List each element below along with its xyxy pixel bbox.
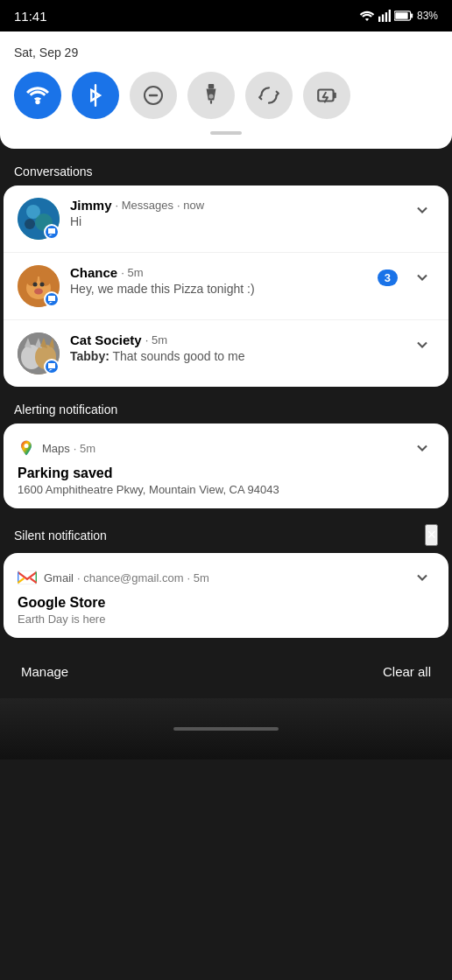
maps-icon bbox=[18, 439, 35, 457]
status-time: 11:41 bbox=[14, 9, 47, 24]
gmail-notification: Gmail · chance@gmail.com · 5m Google Sto… bbox=[4, 553, 448, 638]
svg-point-22 bbox=[33, 283, 38, 287]
conversations-section-header: Conversations bbox=[0, 156, 452, 186]
toggle-dnd[interactable] bbox=[130, 72, 177, 119]
notif-content-jimmy: Jimmy · Messages · now Hi bbox=[70, 198, 403, 228]
badge-count-chance: 3 bbox=[378, 270, 398, 286]
notif-title-row-jimmy: Jimmy · Messages · now bbox=[70, 198, 403, 213]
maps-title: Parking saved bbox=[18, 466, 434, 481]
notif-right-chance: 3 bbox=[378, 265, 434, 290]
expand-maps[interactable] bbox=[410, 436, 434, 460]
maps-app-name: Maps bbox=[42, 442, 70, 455]
wifi-icon bbox=[359, 10, 375, 22]
home-bar[interactable] bbox=[173, 727, 279, 731]
notif-time-cat: · 5m bbox=[145, 333, 167, 346]
date-label: Sat, Sep 29 bbox=[14, 46, 438, 60]
svg-point-32 bbox=[25, 444, 29, 448]
svg-point-7 bbox=[35, 100, 39, 104]
silent-label: Silent notification bbox=[14, 528, 107, 542]
notif-chance: Chance · 5m Hey, we made this Pizza toni… bbox=[4, 253, 448, 320]
messages-badge-chance bbox=[44, 291, 60, 307]
notif-jimmy: Jimmy · Messages · now Hi bbox=[4, 186, 448, 253]
maps-body: 1600 Amphitheatre Pkwy, Mountain View, C… bbox=[18, 483, 434, 496]
toggle-autorotate[interactable] bbox=[245, 72, 293, 119]
expand-cat[interactable] bbox=[410, 332, 434, 357]
signal-icon bbox=[378, 10, 391, 22]
svg-rect-0 bbox=[378, 17, 380, 22]
svg-rect-2 bbox=[385, 12, 387, 22]
toggle-wifi[interactable] bbox=[14, 72, 61, 119]
notif-right-jimmy bbox=[403, 198, 434, 222]
avatar-wrap-jimmy bbox=[18, 198, 60, 240]
messages-badge-cat bbox=[44, 359, 60, 374]
drag-handle bbox=[210, 131, 242, 135]
alerting-label: Alerting notification bbox=[14, 402, 117, 416]
status-bar: 11:41 83% bbox=[0, 0, 452, 32]
notif-content-chance: Chance · 5m Hey, we made this Pizza toni… bbox=[70, 265, 378, 296]
svg-rect-5 bbox=[411, 13, 413, 18]
alerting-notif-card: Maps · 5m Parking saved 1600 Amphitheatr… bbox=[4, 424, 448, 508]
bottom-bar: Manage Clear all bbox=[0, 645, 452, 698]
status-icons: 83% bbox=[359, 10, 438, 22]
notif-right-cat bbox=[403, 332, 434, 357]
toggle-flashlight[interactable] bbox=[187, 72, 235, 119]
battery-percent: 83% bbox=[417, 10, 438, 22]
messages-badge-jimmy bbox=[44, 224, 60, 240]
expand-chance[interactable] bbox=[410, 265, 434, 290]
notif-time-jimmy: · now bbox=[177, 199, 204, 212]
notif-time-chance: · 5m bbox=[121, 266, 143, 279]
gmail-icon bbox=[18, 570, 37, 584]
notif-content-cat: Cat Society · 5m Tabby: That sounds good… bbox=[70, 332, 403, 363]
svg-point-24 bbox=[34, 289, 43, 295]
notif-sender-cat: Cat Society bbox=[70, 332, 142, 347]
svg-rect-6 bbox=[395, 12, 407, 19]
svg-rect-13 bbox=[334, 93, 336, 99]
toggle-bluetooth[interactable] bbox=[72, 72, 119, 119]
expand-jimmy[interactable] bbox=[410, 198, 434, 222]
conversations-card: Jimmy · Messages · now Hi bbox=[4, 186, 448, 387]
svg-point-10 bbox=[208, 94, 213, 98]
notif-title-row-chance: Chance · 5m bbox=[70, 265, 378, 280]
notif-app-jimmy: · Messages bbox=[116, 199, 173, 212]
avatar-wrap-cat bbox=[18, 332, 60, 374]
maps-notification: Maps · 5m Parking saved 1600 Amphitheatr… bbox=[4, 424, 448, 508]
footer-area bbox=[0, 698, 452, 760]
expand-gmail[interactable] bbox=[410, 565, 434, 590]
svg-rect-11 bbox=[210, 100, 212, 103]
notif-body-chance: Hey, we made this Pizza tonight :) bbox=[70, 282, 378, 296]
avatar-wrap-chance bbox=[18, 265, 60, 307]
notif-cat-society: Cat Society · 5m Tabby: That sounds good… bbox=[4, 320, 448, 387]
svg-rect-3 bbox=[389, 10, 391, 22]
notif-sender-chance: Chance bbox=[70, 265, 117, 280]
clear-all-button[interactable]: Clear all bbox=[383, 657, 431, 686]
silent-notif-card: Gmail · chance@gmail.com · 5m Google Sto… bbox=[4, 553, 448, 638]
toggle-battery-saver[interactable] bbox=[303, 72, 350, 119]
manage-button[interactable]: Manage bbox=[21, 657, 68, 686]
conversations-label: Conversations bbox=[14, 164, 93, 178]
gmail-title: Google Store bbox=[18, 595, 434, 611]
notif-sender-jimmy: Jimmy bbox=[70, 198, 112, 213]
gmail-app-name: Gmail bbox=[44, 571, 74, 584]
silent-section-header: Silent notification × bbox=[0, 515, 452, 553]
svg-point-17 bbox=[25, 219, 35, 229]
quick-toggles bbox=[14, 72, 438, 119]
battery-icon bbox=[394, 10, 413, 21]
notif-body-cat: Tabby: That sounds good to me bbox=[70, 349, 403, 363]
close-silent-button[interactable]: × bbox=[425, 524, 438, 546]
notif-body-jimmy: Hi bbox=[70, 214, 403, 228]
quick-settings-panel: Sat, Sep 29 bbox=[0, 32, 452, 149]
cat-body-prefix: Tabby: bbox=[70, 349, 109, 363]
maps-time: · 5m bbox=[74, 442, 95, 455]
svg-rect-33 bbox=[18, 570, 36, 584]
gmail-from: · chance@gmail.com bbox=[77, 571, 184, 584]
svg-rect-9 bbox=[208, 84, 215, 88]
svg-point-23 bbox=[40, 283, 45, 287]
gmail-time: · 5m bbox=[187, 571, 209, 584]
notif-title-row-cat: Cat Society · 5m bbox=[70, 332, 403, 347]
gmail-header: Gmail · chance@gmail.com · 5m bbox=[18, 565, 434, 590]
svg-rect-1 bbox=[382, 14, 384, 22]
alerting-section-header: Alerting notification bbox=[0, 394, 452, 424]
gmail-body: Earth Day is here bbox=[18, 612, 434, 626]
maps-header: Maps · 5m bbox=[18, 436, 434, 460]
